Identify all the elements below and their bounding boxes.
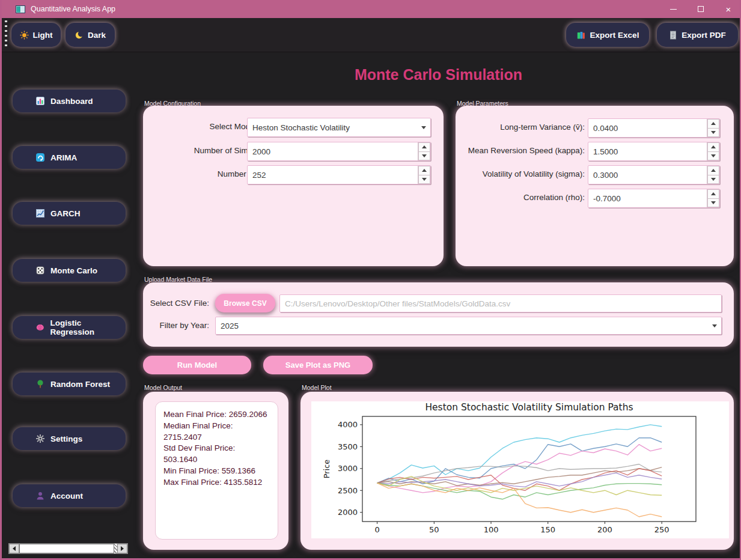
sidebar-label-dashboard: Dashboard <box>50 97 93 106</box>
export-pdf-label: Export PDF <box>682 31 726 40</box>
csv-path-input[interactable] <box>279 294 722 312</box>
spin-down-icon[interactable] <box>707 175 719 184</box>
sun-icon <box>20 31 29 40</box>
light-theme-button[interactable]: Light <box>11 23 61 47</box>
sidebar-item-dashboard[interactable]: Dashboard <box>13 90 126 112</box>
model-type-value[interactable] <box>248 118 417 136</box>
dark-theme-button[interactable]: Dark <box>66 23 115 47</box>
output-textbox[interactable]: Mean Final Price: 2659.2066 Median Final… <box>155 401 278 540</box>
spin-down-icon[interactable] <box>707 198 719 208</box>
num-sims-value[interactable] <box>248 142 418 160</box>
year-value[interactable] <box>216 317 708 334</box>
maximize-button[interactable] <box>687 0 715 18</box>
svg-text:250: 250 <box>654 525 669 534</box>
arrow-right-icon <box>121 546 124 551</box>
dashboard-icon <box>35 96 45 106</box>
title-bar: Quantitative Analysis App × <box>0 0 741 18</box>
light-button-label: Light <box>33 31 53 40</box>
window-title: Quantitative Analysis App <box>31 5 115 13</box>
sidebar-label-logistic-regression: Logistic Regression <box>50 318 126 336</box>
output-line: Median Final Price: <box>163 421 274 431</box>
sidebar-label-random-forest: Random Forest <box>50 380 110 389</box>
sidebar-item-garch[interactable]: GARCH <box>13 202 126 225</box>
sidebar-item-account[interactable]: Account <box>13 484 126 507</box>
spin-up-icon[interactable] <box>418 142 430 151</box>
sidebar-item-settings[interactable]: Settings <box>13 427 126 450</box>
svg-text:4000: 4000 <box>338 420 358 429</box>
svg-text:Price: Price <box>322 460 331 479</box>
svg-text:100: 100 <box>484 525 499 534</box>
param-kappa-spinbox[interactable] <box>588 142 720 161</box>
spin-up-icon[interactable] <box>707 189 719 198</box>
model-params-panel: Long-term Variance (v̄): Mean Reversion … <box>456 106 734 266</box>
sidebar-item-random-forest[interactable]: Random Forest <box>13 373 126 395</box>
param-rho-spinbox[interactable] <box>588 189 720 208</box>
svg-text:3500: 3500 <box>338 442 358 451</box>
horizontal-scrollbar[interactable] <box>8 543 128 554</box>
svg-text:2500: 2500 <box>338 486 358 495</box>
param-label-variance: Long-term Variance (v̄): <box>462 123 585 132</box>
spin-down-icon[interactable] <box>707 128 719 138</box>
sidebar-item-logistic-regression[interactable]: Logistic Regression <box>13 316 126 339</box>
plot-frame-label: Model Plot <box>302 384 332 391</box>
param-sigma-spinbox[interactable] <box>588 165 720 184</box>
dice-icon <box>35 266 45 275</box>
svg-text:0: 0 <box>374 525 379 534</box>
spin-up-icon[interactable] <box>707 142 719 151</box>
app-icon <box>16 5 25 13</box>
arima-icon <box>35 153 45 162</box>
svg-text:2000: 2000 <box>338 508 358 517</box>
app-window: Quantitative Analysis App × Light <box>0 0 741 560</box>
param-variance-spinbox[interactable] <box>588 118 720 138</box>
spin-down-icon[interactable] <box>418 151 430 161</box>
svg-text:Heston Stochastic Volatility S: Heston Stochastic Volatility Simulation … <box>425 402 633 413</box>
sidebar-item-monte-carlo[interactable]: Monte Carlo <box>13 259 126 282</box>
spin-up-icon[interactable] <box>707 166 719 175</box>
svg-text:3000: 3000 <box>338 464 358 473</box>
page-title: Monte Carlo Simulation <box>143 66 734 84</box>
svg-text:150: 150 <box>540 525 555 534</box>
export-excel-button[interactable]: Export Excel <box>566 23 649 47</box>
toolbar-grip[interactable] <box>5 20 7 49</box>
param-sigma-value[interactable] <box>588 166 707 184</box>
minimize-button[interactable] <box>659 0 687 18</box>
param-rho-value[interactable] <box>588 189 707 207</box>
num-sims-spinbox[interactable] <box>247 142 431 161</box>
csv-path-field[interactable] <box>280 295 721 312</box>
param-label-kappa: Mean Reversion Speed (kappa): <box>462 146 585 155</box>
spin-up-icon[interactable] <box>707 119 719 128</box>
num-days-spinbox[interactable] <box>247 165 431 184</box>
num-days-value[interactable] <box>248 166 418 184</box>
spin-down-icon[interactable] <box>707 151 719 161</box>
tree-icon <box>35 379 45 389</box>
sidebar-item-arima[interactable]: ARIMA <box>13 146 126 169</box>
export-pdf-button[interactable]: Export PDF <box>657 23 738 47</box>
spin-up-icon[interactable] <box>418 166 430 175</box>
spin-down-icon[interactable] <box>418 175 430 184</box>
scrollbar-thumb[interactable] <box>19 544 114 553</box>
sidebar-label-account: Account <box>50 492 83 501</box>
scroll-left-button[interactable] <box>9 544 19 553</box>
model-type-combobox[interactable] <box>247 118 431 137</box>
close-button[interactable]: × <box>715 0 741 18</box>
param-label-rho: Correlation (rho): <box>462 193 585 202</box>
chevron-down-icon[interactable] <box>417 118 430 136</box>
param-variance-value[interactable] <box>588 119 707 137</box>
brain-icon <box>35 323 45 332</box>
browse-csv-button[interactable]: Browse CSV <box>215 294 275 312</box>
sidebar-label-garch: GARCH <box>50 209 81 218</box>
person-icon <box>35 491 45 501</box>
run-model-button[interactable]: Run Model <box>143 356 251 374</box>
close-icon: × <box>726 5 731 14</box>
output-panel: Mean Final Price: 2659.2066 Median Final… <box>143 392 288 550</box>
garch-icon <box>35 208 45 218</box>
chevron-down-icon[interactable] <box>708 317 721 334</box>
save-plot-button[interactable]: Save Plot as PNG <box>263 356 373 374</box>
output-line: 503.1640 <box>163 454 274 465</box>
param-kappa-value[interactable] <box>588 142 707 160</box>
scroll-right-button[interactable] <box>117 544 127 553</box>
output-line: Max Final Price: 4135.5812 <box>163 477 274 488</box>
export-excel-label: Export Excel <box>590 31 639 40</box>
year-combobox[interactable] <box>215 317 722 335</box>
csv-file-label: Select CSV File: <box>149 299 209 308</box>
